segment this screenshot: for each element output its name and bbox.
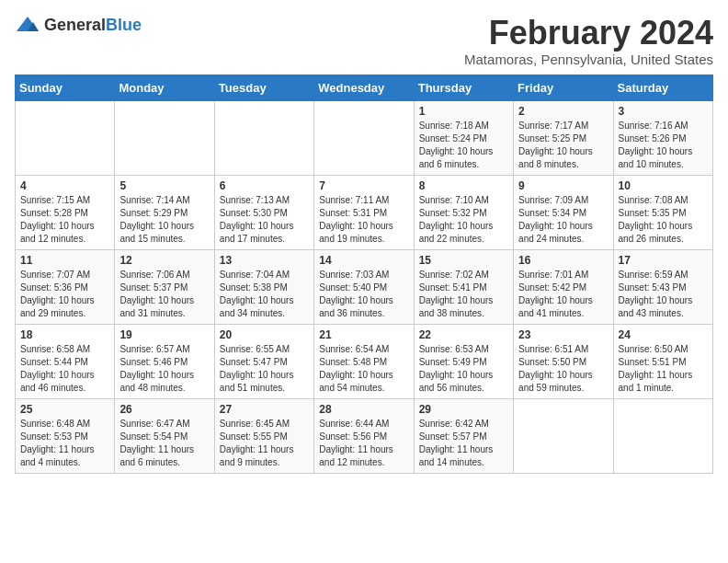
day-info: Sunrise: 7:09 AMSunset: 5:34 PMDaylight:… <box>518 194 608 246</box>
calendar-subtitle: Matamoras, Pennsylvania, United States <box>464 52 713 67</box>
day-info: Sunrise: 7:04 AMSunset: 5:38 PMDaylight:… <box>220 269 309 320</box>
calendar-cell: 8Sunrise: 7:10 AMSunset: 5:32 PMDaylight… <box>414 175 513 249</box>
logo: GeneralBlue <box>15 15 142 35</box>
calendar-cell: 23Sunrise: 6:51 AMSunset: 5:50 PMDayligh… <box>514 324 613 398</box>
calendar-week-5: 25Sunrise: 6:48 AMSunset: 5:53 PMDayligh… <box>16 398 713 473</box>
day-info: Sunrise: 7:16 AMSunset: 5:26 PMDaylight:… <box>619 120 708 171</box>
calendar-cell <box>514 398 613 473</box>
calendar-cell: 24Sunrise: 6:50 AMSunset: 5:51 PMDayligh… <box>613 324 712 398</box>
calendar-cell <box>16 100 115 175</box>
calendar-table: SundayMondayTuesdayWednesdayThursdayFrid… <box>15 75 713 474</box>
day-info: Sunrise: 7:03 AMSunset: 5:40 PMDaylight:… <box>319 269 408 320</box>
calendar-cell: 9Sunrise: 7:09 AMSunset: 5:34 PMDaylight… <box>514 175 613 249</box>
day-info: Sunrise: 7:10 AMSunset: 5:32 PMDaylight:… <box>419 194 508 246</box>
day-number: 27 <box>220 403 309 416</box>
day-info: Sunrise: 6:51 AMSunset: 5:50 PMDaylight:… <box>518 343 608 395</box>
day-number: 2 <box>518 105 608 118</box>
day-number: 21 <box>319 328 408 341</box>
calendar-cell: 28Sunrise: 6:44 AMSunset: 5:56 PMDayligh… <box>314 398 414 473</box>
day-info: Sunrise: 7:08 AMSunset: 5:35 PMDaylight:… <box>619 194 708 246</box>
day-header-saturday: Saturday <box>613 75 712 100</box>
day-info: Sunrise: 7:11 AMSunset: 5:31 PMDaylight:… <box>319 194 408 246</box>
calendar-week-3: 11Sunrise: 7:07 AMSunset: 5:36 PMDayligh… <box>16 249 713 324</box>
calendar-cell: 11Sunrise: 7:07 AMSunset: 5:36 PMDayligh… <box>16 249 115 324</box>
day-info: Sunrise: 6:57 AMSunset: 5:46 PMDaylight:… <box>119 343 209 395</box>
calendar-cell: 17Sunrise: 6:59 AMSunset: 5:43 PMDayligh… <box>613 249 712 324</box>
day-number: 17 <box>619 254 708 267</box>
day-number: 23 <box>518 328 608 341</box>
day-info: Sunrise: 6:59 AMSunset: 5:43 PMDaylight:… <box>619 269 708 320</box>
calendar-cell: 19Sunrise: 6:57 AMSunset: 5:46 PMDayligh… <box>115 324 214 398</box>
day-info: Sunrise: 6:48 AMSunset: 5:53 PMDaylight:… <box>20 418 109 469</box>
day-info: Sunrise: 7:18 AMSunset: 5:24 PMDaylight:… <box>419 120 508 171</box>
header: GeneralBlue February 2024 Matamoras, Pen… <box>15 15 713 67</box>
calendar-cell: 12Sunrise: 7:06 AMSunset: 5:37 PMDayligh… <box>115 249 214 324</box>
calendar-cell: 26Sunrise: 6:47 AMSunset: 5:54 PMDayligh… <box>115 398 214 473</box>
day-number: 3 <box>619 105 708 118</box>
day-number: 28 <box>319 403 408 416</box>
day-info: Sunrise: 6:50 AMSunset: 5:51 PMDaylight:… <box>619 343 708 395</box>
day-number: 18 <box>20 328 109 341</box>
calendar-week-4: 18Sunrise: 6:58 AMSunset: 5:44 PMDayligh… <box>16 324 713 398</box>
day-header-thursday: Thursday <box>414 75 513 100</box>
calendar-cell: 4Sunrise: 7:15 AMSunset: 5:28 PMDaylight… <box>16 175 115 249</box>
calendar-cell: 2Sunrise: 7:17 AMSunset: 5:25 PMDaylight… <box>514 100 613 175</box>
calendar-cell: 5Sunrise: 7:14 AMSunset: 5:29 PMDaylight… <box>115 175 214 249</box>
calendar-title: February 2024 <box>464 15 713 52</box>
calendar-cell: 3Sunrise: 7:16 AMSunset: 5:26 PMDaylight… <box>613 100 712 175</box>
day-number: 9 <box>518 179 608 192</box>
title-area: February 2024 Matamoras, Pennsylvania, U… <box>464 15 713 67</box>
day-number: 25 <box>20 403 109 416</box>
day-number: 19 <box>119 328 209 341</box>
day-number: 15 <box>419 254 508 267</box>
calendar-cell: 7Sunrise: 7:11 AMSunset: 5:31 PMDaylight… <box>314 175 414 249</box>
day-info: Sunrise: 7:13 AMSunset: 5:30 PMDaylight:… <box>220 194 309 246</box>
calendar-cell: 21Sunrise: 6:54 AMSunset: 5:48 PMDayligh… <box>314 324 414 398</box>
calendar-cell: 10Sunrise: 7:08 AMSunset: 5:35 PMDayligh… <box>613 175 712 249</box>
calendar-cell: 14Sunrise: 7:03 AMSunset: 5:40 PMDayligh… <box>314 249 414 324</box>
day-number: 13 <box>220 254 309 267</box>
day-number: 10 <box>619 179 708 192</box>
day-info: Sunrise: 6:53 AMSunset: 5:49 PMDaylight:… <box>419 343 508 395</box>
day-number: 5 <box>119 179 209 192</box>
day-info: Sunrise: 7:06 AMSunset: 5:37 PMDaylight:… <box>119 269 209 320</box>
day-number: 7 <box>319 179 408 192</box>
day-header-monday: Monday <box>115 75 214 100</box>
day-info: Sunrise: 7:14 AMSunset: 5:29 PMDaylight:… <box>119 194 209 246</box>
day-number: 16 <box>518 254 608 267</box>
logo-icon <box>15 15 40 35</box>
day-info: Sunrise: 7:17 AMSunset: 5:25 PMDaylight:… <box>518 120 608 171</box>
day-number: 24 <box>619 328 708 341</box>
calendar-cell <box>314 100 414 175</box>
day-number: 4 <box>20 179 109 192</box>
calendar-cell: 22Sunrise: 6:53 AMSunset: 5:49 PMDayligh… <box>414 324 513 398</box>
day-number: 20 <box>220 328 309 341</box>
day-number: 8 <box>419 179 508 192</box>
day-info: Sunrise: 6:45 AMSunset: 5:55 PMDaylight:… <box>220 418 309 469</box>
day-header-sunday: Sunday <box>16 75 115 100</box>
day-number: 14 <box>319 254 408 267</box>
day-header-friday: Friday <box>514 75 613 100</box>
day-header-tuesday: Tuesday <box>214 75 313 100</box>
calendar-body: 1Sunrise: 7:18 AMSunset: 5:24 PMDaylight… <box>16 100 713 473</box>
day-info: Sunrise: 7:07 AMSunset: 5:36 PMDaylight:… <box>20 269 109 320</box>
calendar-cell: 29Sunrise: 6:42 AMSunset: 5:57 PMDayligh… <box>414 398 513 473</box>
calendar-cell: 20Sunrise: 6:55 AMSunset: 5:47 PMDayligh… <box>214 324 313 398</box>
calendar-cell: 25Sunrise: 6:48 AMSunset: 5:53 PMDayligh… <box>16 398 115 473</box>
calendar-cell: 16Sunrise: 7:01 AMSunset: 5:42 PMDayligh… <box>514 249 613 324</box>
calendar-cell: 1Sunrise: 7:18 AMSunset: 5:24 PMDaylight… <box>414 100 513 175</box>
day-info: Sunrise: 6:54 AMSunset: 5:48 PMDaylight:… <box>319 343 408 395</box>
calendar-cell <box>613 398 712 473</box>
calendar-cell <box>214 100 313 175</box>
calendar-cell: 6Sunrise: 7:13 AMSunset: 5:30 PMDaylight… <box>214 175 313 249</box>
logo-text-general: General <box>44 16 106 34</box>
calendar-cell <box>115 100 214 175</box>
day-number: 6 <box>220 179 309 192</box>
day-info: Sunrise: 7:01 AMSunset: 5:42 PMDaylight:… <box>518 269 608 320</box>
day-info: Sunrise: 6:44 AMSunset: 5:56 PMDaylight:… <box>319 418 408 469</box>
day-info: Sunrise: 6:55 AMSunset: 5:47 PMDaylight:… <box>220 343 309 395</box>
day-info: Sunrise: 6:42 AMSunset: 5:57 PMDaylight:… <box>419 418 508 469</box>
calendar-cell: 27Sunrise: 6:45 AMSunset: 5:55 PMDayligh… <box>214 398 313 473</box>
calendar-cell: 15Sunrise: 7:02 AMSunset: 5:41 PMDayligh… <box>414 249 513 324</box>
calendar-week-1: 1Sunrise: 7:18 AMSunset: 5:24 PMDaylight… <box>16 100 713 175</box>
